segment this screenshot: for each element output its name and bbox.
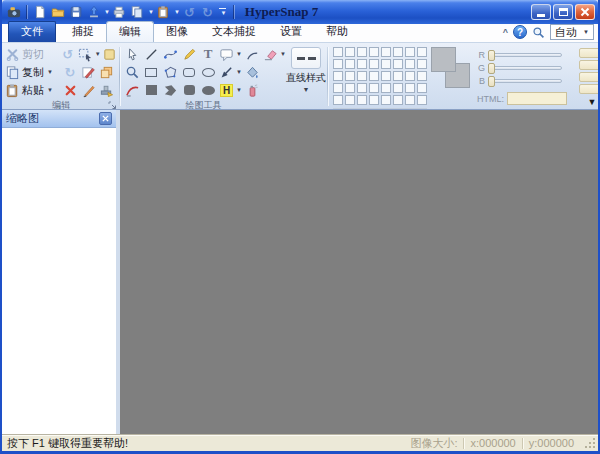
maximize-button[interactable] xyxy=(553,4,573,20)
color-swatch[interactable] xyxy=(357,47,367,57)
color-swatch[interactable] xyxy=(369,95,379,105)
color-swatch[interactable] xyxy=(381,59,391,69)
title-bar[interactable]: ▼ ▼ ▼ ↺ ↻ ▼ HyperSnap 7 xyxy=(2,0,598,24)
color-swatch[interactable] xyxy=(345,47,355,57)
zoom-search-icon[interactable] xyxy=(532,26,545,39)
cut-button[interactable]: 剪切 xyxy=(4,47,59,62)
tab-image[interactable]: 图像 xyxy=(154,22,200,42)
blue-slider-thumb[interactable] xyxy=(488,76,495,87)
callout-dropdown-icon[interactable]: ▼ xyxy=(236,51,242,57)
rectangle-tool[interactable] xyxy=(142,63,160,81)
edit-pen-button[interactable] xyxy=(79,63,97,81)
thumbnail-panel-body[interactable] xyxy=(2,128,116,434)
workspace-canvas[interactable] xyxy=(120,110,598,434)
zoom-level-select[interactable]: 自动 ▼ xyxy=(550,24,594,40)
red-slider[interactable] xyxy=(488,53,562,57)
print-button[interactable] xyxy=(111,4,128,21)
recent-color-button[interactable] xyxy=(579,72,600,82)
color-swatch[interactable] xyxy=(417,83,427,93)
copy-dropdown-icon[interactable]: ▼ xyxy=(148,9,154,15)
color-swatch[interactable] xyxy=(369,47,379,57)
color-swatch[interactable] xyxy=(369,83,379,93)
color-swatch[interactable] xyxy=(357,71,367,81)
color-swatch[interactable] xyxy=(405,47,415,57)
more-colors-dropdown-icon[interactable]: ▼ xyxy=(588,98,597,107)
line-style-button[interactable]: 直线样式 ▼ xyxy=(286,44,326,93)
rounded-rect-tool[interactable] xyxy=(180,63,198,81)
html-color-input[interactable] xyxy=(507,92,567,105)
color-swatch[interactable] xyxy=(381,83,391,93)
color-swatch[interactable] xyxy=(393,71,403,81)
resize-grip[interactable] xyxy=(584,437,596,449)
color-swatch[interactable] xyxy=(393,47,403,57)
copy-button[interactable]: 复制 ▼ xyxy=(4,65,61,80)
color-swatch[interactable] xyxy=(345,83,355,93)
color-swatch[interactable] xyxy=(357,95,367,105)
stamp-button[interactable] xyxy=(97,81,115,99)
open-folder-button[interactable] xyxy=(49,4,66,21)
blue-slider[interactable] xyxy=(488,79,562,83)
minimize-button[interactable] xyxy=(531,4,551,20)
eraser-tool[interactable] xyxy=(262,45,279,63)
highlight-dropdown-icon[interactable]: ▼ xyxy=(236,87,242,93)
tab-edit[interactable]: 编辑 xyxy=(106,21,154,42)
tab-capture[interactable]: 捕捉 xyxy=(60,22,106,42)
redo-button[interactable]: ↻ xyxy=(61,63,79,81)
color-swatch[interactable] xyxy=(417,71,427,81)
color-swatch[interactable] xyxy=(381,95,391,105)
color-swatch[interactable] xyxy=(333,71,343,81)
tab-settings[interactable]: 设置 xyxy=(268,22,314,42)
close-button[interactable] xyxy=(575,4,595,20)
filled-polygon-tool[interactable] xyxy=(161,81,179,99)
color-swatch[interactable] xyxy=(417,59,427,69)
polygon-tool[interactable] xyxy=(161,63,179,81)
color-swatch[interactable] xyxy=(345,71,355,81)
color-swatch[interactable] xyxy=(381,71,391,81)
color-swatch[interactable] xyxy=(357,59,367,69)
paste-button-qat[interactable] xyxy=(155,4,172,21)
tab-file[interactable]: 文件 xyxy=(8,21,56,42)
paste-dropdown-icon[interactable]: ▼ xyxy=(174,9,180,15)
color-swatch[interactable] xyxy=(405,83,415,93)
arrow-tool[interactable] xyxy=(218,63,235,81)
color-swatch[interactable] xyxy=(393,95,403,105)
capture-button[interactable] xyxy=(85,4,102,21)
color-swatch[interactable] xyxy=(393,59,403,69)
paste-button[interactable]: 粘贴 ▼ xyxy=(4,83,61,98)
tab-text-capture[interactable]: 文本捕捉 xyxy=(200,22,268,42)
color-swatch[interactable] xyxy=(333,83,343,93)
recent-color-button[interactable] xyxy=(579,84,600,94)
line-tool[interactable] xyxy=(142,45,160,63)
duplicate-pages-button[interactable] xyxy=(97,63,115,81)
color-swatch[interactable] xyxy=(417,47,427,57)
red-slider-thumb[interactable] xyxy=(488,50,495,61)
redo-button-qat[interactable]: ↻ xyxy=(199,4,216,21)
copy-dropdown-icon[interactable]: ▼ xyxy=(47,69,53,75)
color-swatch[interactable] xyxy=(405,71,415,81)
save-button[interactable] xyxy=(67,4,84,21)
zoom-tool[interactable] xyxy=(123,63,141,81)
tab-help[interactable]: 帮助 xyxy=(314,22,360,42)
undo-button[interactable]: ↺ xyxy=(59,45,76,63)
customize-toolbar-button[interactable]: ▼ xyxy=(217,4,229,21)
select-tool[interactable] xyxy=(123,45,141,63)
color-swatch[interactable] xyxy=(381,47,391,57)
undo-button-qat[interactable]: ↺ xyxy=(181,4,198,21)
color-swatch[interactable] xyxy=(333,47,343,57)
color-swatch[interactable] xyxy=(333,59,343,69)
paste-dropdown-icon[interactable]: ▼ xyxy=(47,87,53,93)
color-swatch[interactable] xyxy=(393,83,403,93)
select-region-button[interactable] xyxy=(76,45,93,63)
color-swatch[interactable] xyxy=(369,71,379,81)
copy-to-new-image-button[interactable] xyxy=(101,45,118,63)
foreground-color-swatch[interactable] xyxy=(431,47,456,72)
filled-ellipse-tool[interactable] xyxy=(199,81,217,99)
color-swatch[interactable] xyxy=(405,95,415,105)
color-swatch[interactable] xyxy=(405,59,415,69)
delete-button[interactable] xyxy=(61,81,79,99)
callout-tool[interactable] xyxy=(218,45,235,63)
marker-pen-button[interactable] xyxy=(79,81,97,99)
text-tool[interactable]: T xyxy=(199,45,217,63)
arrow-dropdown-icon[interactable]: ▼ xyxy=(236,69,242,75)
freehand-tool[interactable] xyxy=(123,81,141,99)
